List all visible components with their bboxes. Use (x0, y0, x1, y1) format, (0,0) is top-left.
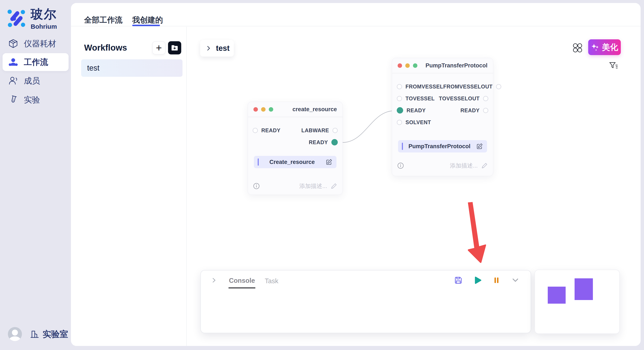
sidebar-item-label: 工作流 (24, 57, 48, 68)
minimap-node-pump (574, 278, 593, 300)
node-create-resource[interactable]: create_resource READY LABWARE R (248, 102, 343, 195)
node-header: create_resource (248, 102, 342, 117)
description-placeholder: 添加描述... (450, 162, 478, 170)
node-function-pill[interactable]: PumpTransferProtocol (398, 140, 487, 153)
input-port-solvent[interactable] (397, 120, 402, 125)
workflows-title: Workflows (84, 43, 127, 52)
experiment-icon (8, 95, 18, 105)
workflow-item-name: test (87, 64, 100, 72)
annotation-arrow (468, 202, 486, 263)
node-title: create_resource (292, 106, 337, 113)
breadcrumb[interactable]: test (200, 40, 234, 57)
input-port-tovessel[interactable] (397, 96, 402, 101)
tab-all-workflows[interactable]: 全部工作流 (84, 15, 122, 25)
sidebar-item-label: 仪器耗材 (24, 38, 56, 49)
box-icon (8, 38, 18, 49)
port-label: LABWARE (301, 127, 329, 134)
add-workflow-button[interactable]: + (152, 41, 166, 54)
add-description[interactable]: 添加描述... (450, 162, 488, 170)
traffic-dot-red (254, 107, 258, 112)
traffic-dot-amber (261, 107, 266, 112)
pencil-icon (481, 162, 488, 169)
port-label: READY (261, 127, 280, 134)
tab-console[interactable]: Console (228, 272, 255, 288)
bohrium-logo-icon (6, 8, 26, 28)
building-icon (30, 330, 39, 339)
beautify-label: 美化 (602, 42, 618, 53)
output-port-fromvesselout[interactable] (496, 84, 501, 89)
command-icon (573, 43, 582, 53)
info-icon[interactable] (253, 183, 260, 189)
traffic-dot-green (413, 63, 418, 68)
logo[interactable]: 玻尔 Bohrium (6, 6, 57, 30)
port-label: READY (460, 107, 480, 114)
node-header: PumpTransferProtocol (392, 58, 493, 73)
tab-task[interactable]: Task (264, 273, 279, 288)
main-card: 全部工作流 我创建的 Workflows + test (71, 3, 640, 346)
info-icon[interactable] (397, 162, 404, 169)
input-port-ready[interactable] (252, 128, 258, 133)
traffic-dot-amber (405, 63, 410, 68)
node-pump-transfer-protocol[interactable]: PumpTransferProtocol FROMVESSEL FROMVESS… (392, 58, 493, 176)
console-expand-icon[interactable] (210, 277, 218, 284)
sidebar-footer: 实验室 (0, 326, 71, 343)
chevron-right-icon (205, 45, 212, 51)
minimap[interactable] (534, 270, 620, 334)
port-label: FROMVESSEL (406, 84, 443, 90)
sparkles-icon (591, 43, 600, 51)
output-port-ready-connected[interactable] (331, 139, 338, 146)
members-icon (8, 76, 18, 86)
beautify-button[interactable]: 美化 (588, 39, 621, 55)
logo-subtitle: Bohrium (31, 23, 57, 30)
run-icon[interactable] (474, 276, 482, 284)
workflow-tabbar: 全部工作流 我创建的 (71, 3, 640, 26)
filter-button[interactable] (608, 61, 618, 71)
edit-icon[interactable] (326, 159, 333, 166)
minimap-node-create-resource (548, 287, 566, 304)
lab-label: 实验室 (42, 328, 68, 340)
edit-icon[interactable] (476, 143, 483, 150)
sidebar-item-workflows[interactable]: 工作流 (2, 53, 68, 71)
port-label: TOVESSELOUT (439, 95, 480, 102)
console-panel: Console Task (200, 270, 531, 333)
avatar[interactable] (8, 327, 22, 341)
logo-title: 玻尔 (31, 6, 57, 22)
node-title: PumpTransferProtocol (426, 62, 488, 69)
collapse-chevron-icon[interactable] (511, 276, 520, 285)
node-function-pill[interactable]: Create_resource (254, 156, 336, 168)
function-name: Create_resource (259, 159, 326, 166)
port-label: FROMVESSELOUT (443, 84, 492, 90)
output-port-tovesselout[interactable] (483, 96, 488, 101)
workflow-list-panel: Workflows + test (71, 27, 186, 346)
sidebar-item-label: 成员 (24, 75, 40, 86)
port-label: TOVESSEL (406, 95, 435, 102)
traffic-dot-red (398, 63, 402, 68)
output-port-ready[interactable] (483, 108, 488, 113)
input-port-fromvessel[interactable] (397, 84, 402, 89)
sidebar-item-members[interactable]: 成员 (2, 72, 68, 90)
panel-divider (186, 27, 187, 346)
port-label: READY (309, 139, 328, 146)
workflow-list-item-test[interactable]: test (81, 59, 182, 77)
workflow-icon (8, 57, 18, 67)
sidebar-item-label: 实验 (24, 94, 40, 105)
output-port-labware[interactable] (332, 128, 338, 133)
filter-funnel-icon (608, 61, 618, 71)
pause-icon[interactable] (493, 277, 500, 284)
tab-my-created[interactable]: 我创建的 (132, 15, 163, 25)
import-workflow-button[interactable] (168, 41, 181, 54)
folder-download-icon (171, 44, 178, 52)
lab-switcher[interactable]: 实验室 (30, 328, 68, 340)
save-icon[interactable] (454, 276, 462, 285)
description-placeholder: 添加描述... (299, 182, 327, 190)
sidebar-item-instruments[interactable]: 仪器耗材 (2, 35, 68, 52)
active-tab-underline (132, 25, 160, 26)
command-layout-button[interactable] (573, 43, 582, 53)
pencil-icon (330, 183, 337, 189)
port-label: SOLVENT (406, 119, 431, 126)
bohrium-workflow-app: 玻尔 Bohrium 仪器耗材 (0, 0, 644, 350)
input-port-ready-connected[interactable] (397, 107, 403, 114)
function-name: PumpTransferProtocol (403, 143, 476, 150)
sidebar-item-experiments[interactable]: 实验 (2, 91, 68, 109)
add-description[interactable]: 添加描述... (299, 182, 337, 190)
